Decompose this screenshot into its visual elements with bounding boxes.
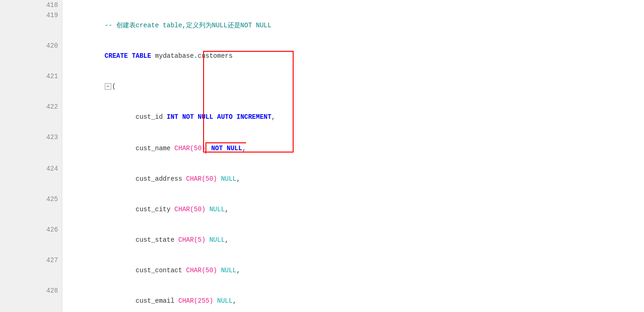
code-null: NULL: [205, 236, 225, 244]
code-type: CHAR(5): [178, 236, 205, 244]
code-null: NULL: [213, 297, 233, 305]
code-comment: -- 创建表create table,定义列为NULL还是NOT NULL: [105, 22, 271, 29]
red-box-start: NOT NULL,: [205, 142, 246, 153]
line-content: cust_name CHAR(50) NOT NULL,: [62, 132, 644, 164]
code-text: cust_city: [136, 206, 175, 213]
code-type: CHAR(50): [175, 206, 205, 213]
code-type: CHAR(50): [175, 145, 205, 152]
line-number: 420: [0, 41, 62, 71]
code-text: cust_id: [136, 113, 167, 121]
code-keyword: NOT NULL: [211, 145, 242, 152]
code-null: NULL: [217, 267, 236, 274]
code-type: CHAR(50): [186, 175, 217, 183]
code-brace: (: [112, 83, 116, 90]
code-null: NULL: [205, 206, 225, 213]
line-number: 427: [0, 255, 62, 286]
code-keyword: CREATE TABLE: [105, 52, 151, 60]
collapse-icon[interactable]: −: [105, 83, 111, 90]
code-null: NULL: [217, 175, 236, 183]
line-number: 423: [0, 132, 62, 164]
line-number: 418: [0, 0, 62, 10]
code-text: ,: [271, 113, 275, 121]
line-number: 419: [0, 10, 62, 41]
line-content: cust_id INT NOT NULL AUTO INCREMENT,: [62, 102, 644, 132]
line-row: 424 cust_address CHAR(50) NULL,: [0, 164, 644, 194]
code-text: cust_state: [136, 236, 178, 244]
line-content: [62, 0, 644, 10]
line-content: −(: [62, 71, 644, 102]
line-number: 426: [0, 225, 62, 255]
line-content: -- 创建表create table,定义列为NULL还是NOT NULL: [62, 10, 644, 41]
code-text: ,: [242, 145, 246, 152]
code-keyword: INT NOT NULL AUTO INCREMENT: [167, 113, 271, 121]
code-text: cust_contact: [136, 267, 186, 274]
line-row: 425 cust_city CHAR(50) NULL,: [0, 194, 644, 225]
code-type: CHAR(50): [186, 267, 217, 274]
line-content: cust_email CHAR(255) NULL,: [62, 286, 644, 312]
line-row: 423 cust_name CHAR(50) NOT NULL,: [0, 132, 644, 164]
line-content: cust_contact CHAR(50) NULL,: [62, 255, 644, 286]
code-text: mydatabase.customers: [151, 52, 232, 60]
line-content: CREATE TABLE mydatabase.customers: [62, 41, 644, 71]
line-row: 422 cust_id INT NOT NULL AUTO INCREMENT,: [0, 102, 644, 132]
code-text: ,: [233, 297, 236, 305]
code-text: ,: [236, 267, 240, 274]
line-row: 427 cust_contact CHAR(50) NULL,: [0, 255, 644, 286]
code-text: cust_name: [136, 145, 175, 152]
line-number: 424: [0, 164, 62, 194]
code-text: cust_email: [136, 297, 178, 305]
code-editor: 418 419 -- 创建表create table,定义列为NULL还是NOT…: [0, 0, 644, 312]
line-content: cust_city CHAR(50) NULL,: [62, 194, 644, 225]
line-row: 421 −(: [0, 71, 644, 102]
line-row: 426 cust_state CHAR(5) NULL,: [0, 225, 644, 255]
line-row: 428 cust_email CHAR(255) NULL,: [0, 286, 644, 312]
line-number: 422: [0, 102, 62, 132]
code-text: cust_address: [136, 175, 186, 183]
line-number: 428: [0, 286, 62, 312]
code-text: ,: [225, 206, 229, 213]
line-row: 420 CREATE TABLE mydatabase.customers: [0, 41, 644, 71]
line-number: 425: [0, 194, 62, 225]
code-table: 418 419 -- 创建表create table,定义列为NULL还是NOT…: [0, 0, 644, 312]
code-type: CHAR(255): [178, 297, 213, 305]
line-row: 419 -- 创建表create table,定义列为NULL还是NOT NUL…: [0, 10, 644, 41]
line-row: 418: [0, 0, 644, 10]
code-text: ,: [225, 236, 229, 244]
line-content: cust_address CHAR(50) NULL,: [62, 164, 644, 194]
line-content: cust_state CHAR(5) NULL,: [62, 225, 644, 255]
line-number: 421: [0, 71, 62, 102]
code-text: ,: [236, 175, 240, 183]
